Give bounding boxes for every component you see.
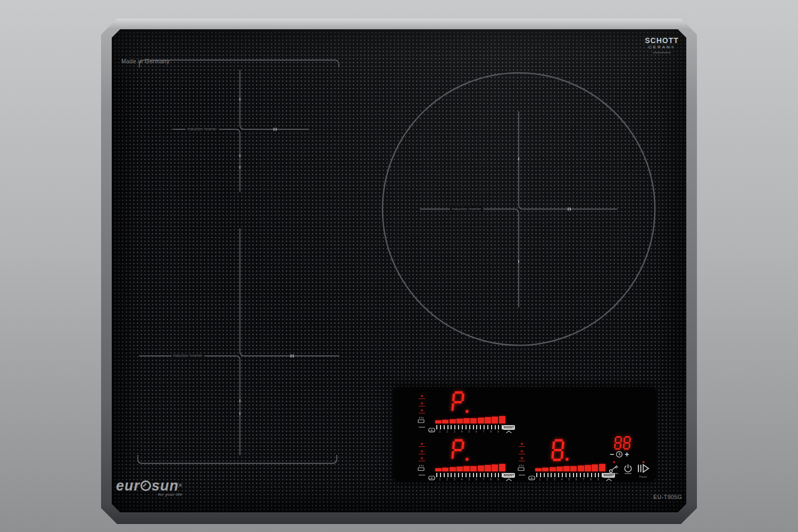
keep-warm-level-icon[interactable]: ≈ — [419, 450, 425, 454]
slider-tick[interactable] — [491, 473, 492, 477]
slider-tick[interactable] — [440, 473, 441, 477]
power-bar-segment[interactable] — [499, 416, 505, 423]
slider-tick[interactable] — [584, 473, 585, 477]
slider-tick[interactable] — [469, 473, 470, 477]
slider-tick[interactable] — [476, 473, 477, 477]
keep-warm-level-icon[interactable]: ≈ — [419, 402, 425, 406]
power-bar-segment[interactable] — [435, 468, 442, 471]
keep-warm-level-icon[interactable]: ≈ — [519, 456, 525, 461]
slider-tick[interactable] — [595, 473, 596, 477]
slider-tick[interactable] — [454, 473, 455, 477]
slider-tick[interactable] — [451, 425, 452, 429]
slider-tick[interactable] — [447, 473, 448, 477]
slider-tick[interactable] — [576, 473, 577, 477]
keep-warm-level-icon[interactable]: ≈ — [519, 450, 525, 454]
power-bar-segment[interactable] — [485, 417, 491, 423]
power-bar-segment[interactable] — [599, 464, 605, 471]
keep-warm-level-icon[interactable]: ≈ — [419, 456, 425, 461]
slider-tick[interactable] — [462, 425, 463, 429]
slider-tick[interactable] — [498, 473, 499, 477]
slider-tick[interactable] — [551, 473, 552, 477]
power-bar-segment[interactable] — [535, 468, 542, 471]
slider-tick[interactable] — [451, 473, 452, 477]
power-button[interactable] — [624, 461, 633, 476]
slider-tick[interactable] — [484, 473, 485, 477]
power-bar-segment[interactable] — [478, 418, 484, 423]
warm-pan-icon[interactable] — [417, 416, 427, 426]
power-bar-segment[interactable] — [563, 466, 570, 471]
power-bar-segment[interactable] — [463, 466, 470, 471]
slider-tick[interactable] — [495, 473, 496, 477]
timer-plus-button[interactable]: + — [625, 451, 629, 458]
keep-warm-level-icon[interactable]: ≈ — [419, 442, 425, 447]
slider-tick[interactable] — [436, 473, 437, 477]
pause-button[interactable]: Pause — [637, 461, 650, 478]
slider-tick[interactable] — [544, 473, 545, 477]
slider-tick[interactable] — [440, 425, 441, 429]
power-bar-segment[interactable] — [492, 464, 498, 471]
slider-tick[interactable] — [476, 425, 477, 429]
slider-tick[interactable] — [495, 425, 496, 429]
slider-tick[interactable] — [487, 473, 488, 477]
slider-tick[interactable] — [444, 473, 445, 477]
power-bar-segment[interactable] — [442, 420, 448, 423]
keep-warm-level-icon[interactable]: ≈ — [519, 442, 525, 447]
slider-tick[interactable] — [462, 473, 463, 477]
slider-tick[interactable] — [487, 425, 488, 429]
slider-tick[interactable] — [498, 425, 499, 429]
clock-icon[interactable] — [616, 451, 623, 458]
power-bar-segment[interactable] — [542, 468, 548, 471]
slider-tick[interactable] — [573, 473, 574, 477]
slider-tick[interactable] — [480, 425, 481, 429]
keep-warm-level-icon[interactable]: ≈ — [419, 394, 425, 399]
power-bar-segment[interactable] — [435, 420, 442, 423]
slider-tick[interactable] — [473, 473, 474, 477]
slider-tick[interactable] — [580, 473, 581, 477]
power-bar-segment[interactable] — [492, 417, 498, 423]
slider-tick[interactable] — [447, 425, 448, 429]
slider-tick[interactable] — [466, 425, 467, 429]
power-bar-segment[interactable] — [592, 464, 598, 471]
power-bar-segment[interactable] — [470, 418, 477, 424]
power-bar-segment[interactable] — [456, 467, 463, 471]
slider-tick[interactable] — [562, 473, 563, 477]
slider-tick[interactable] — [554, 473, 555, 477]
power-bar-segment[interactable] — [570, 466, 577, 472]
slider-tick[interactable] — [458, 425, 459, 429]
power-bar-segment[interactable] — [463, 418, 470, 423]
power-bar-segment[interactable] — [478, 466, 484, 471]
power-bar-segment[interactable] — [450, 419, 456, 423]
power-bar-segment[interactable] — [578, 466, 584, 471]
child-lock-key-button[interactable] — [609, 461, 619, 476]
slider-tick[interactable] — [540, 473, 541, 477]
warm-pan-icon[interactable] — [417, 464, 427, 473]
slider-tick[interactable] — [536, 473, 537, 477]
slider-tick[interactable] — [466, 473, 467, 477]
slider-tick[interactable] — [569, 473, 570, 477]
slider-tick[interactable] — [547, 473, 548, 477]
slider-tick[interactable] — [598, 473, 599, 477]
power-bar-segment[interactable] — [499, 464, 505, 471]
timer-minus-button[interactable]: − — [610, 451, 614, 458]
power-bar-segment[interactable] — [442, 468, 448, 471]
slider-tick[interactable] — [473, 425, 474, 429]
slider-tick[interactable] — [469, 425, 470, 429]
slider-tick[interactable] — [558, 473, 559, 477]
slider-tick[interactable] — [458, 473, 459, 477]
power-bar-segment[interactable] — [470, 466, 477, 472]
power-bar-segment[interactable] — [585, 465, 591, 471]
power-bar-segment[interactable] — [556, 467, 563, 471]
power-bar-segment[interactable] — [485, 465, 491, 471]
slider-tick[interactable] — [436, 425, 437, 429]
slider-tick[interactable] — [454, 425, 455, 429]
warm-pan-icon[interactable] — [517, 464, 527, 473]
slider-tick[interactable] — [566, 473, 567, 477]
power-bar-segment[interactable] — [550, 467, 556, 471]
boost-button[interactable]: BOOST — [503, 425, 515, 430]
slider-tick[interactable] — [444, 425, 445, 429]
power-bar-segment[interactable] — [456, 419, 463, 423]
keep-warm-level-icon[interactable]: ≈ — [419, 409, 425, 413]
slider-tick[interactable] — [491, 425, 492, 429]
slider-tick[interactable] — [587, 473, 588, 477]
slider-tick[interactable] — [484, 425, 485, 429]
